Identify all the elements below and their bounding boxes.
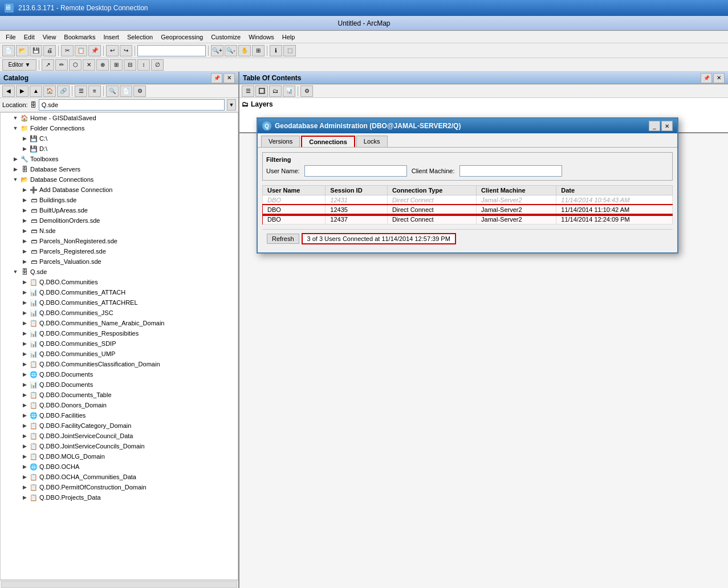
tree-item[interactable]: ▶🌐Q.DBO.OCHA <box>1 462 238 472</box>
edit-tool5[interactable]: ⊕ <box>96 59 109 71</box>
tree-item[interactable]: ▶🗄Database Servers <box>1 164 238 174</box>
tree-item[interactable]: ▶📊Q.DBO.Communities_JSC <box>1 308 238 318</box>
catalog-close-btn[interactable]: ✕ <box>223 73 235 83</box>
menu-file[interactable]: File <box>2 32 19 42</box>
copy-btn[interactable]: 📋 <box>75 45 87 56</box>
tree-item[interactable]: ▶➕Add Database Connection <box>1 185 238 195</box>
view-details-btn[interactable]: ≡ <box>88 85 101 97</box>
catalog-pin-btn[interactable]: 📌 <box>211 73 222 83</box>
editor-dropdown[interactable]: Editor ▼ <box>2 59 36 71</box>
edit-tool7[interactable]: ⊟ <box>124 59 136 71</box>
connect-btn[interactable]: 🔗 <box>57 85 70 97</box>
select-btn[interactable]: ⬚ <box>283 45 296 56</box>
toc-btn1[interactable]: ☰ <box>242 85 254 97</box>
zoom-in-btn[interactable]: 🔍+ <box>211 45 223 56</box>
menu-bookmarks[interactable]: Bookmarks <box>60 32 99 42</box>
table-row[interactable]: DBO12431Direct ConnectJamal-Server211/14… <box>263 195 673 205</box>
menu-help[interactable]: Help <box>279 32 299 42</box>
undo-btn[interactable]: ↩ <box>106 45 119 56</box>
tree-item[interactable]: ▶🗃DemolitionOrders.sde <box>1 215 238 226</box>
username-filter-input[interactable] <box>304 165 407 177</box>
tree-item[interactable]: ▶📋Q.DBO.MOLG_Domain <box>1 451 238 462</box>
tab-locks[interactable]: Locks <box>356 136 388 147</box>
toc-pin-btn[interactable]: 📌 <box>701 73 712 83</box>
tree-item[interactable]: ▶📊Q.DBO.Communities_Resposibities <box>1 328 238 338</box>
gdb-close-btn[interactable]: ✕ <box>661 121 673 131</box>
edit-tool6[interactable]: ⊞ <box>110 59 123 71</box>
tree-item[interactable]: ▶📋Q.DBO.PermitOfConstruction_Domain <box>1 482 238 492</box>
tree-item[interactable]: ▶🗃BuiltUpAreas.sde <box>1 205 238 215</box>
tree-item[interactable]: ▶📋Q.DBO.Communities <box>1 277 238 287</box>
tab-versions[interactable]: Versions <box>261 136 300 147</box>
tree-item[interactable]: ▶📋Q.DBO.Documents_Table <box>1 390 238 400</box>
paste-btn[interactable]: 📌 <box>88 45 101 56</box>
menu-geoprocessing[interactable]: Geoprocessing <box>157 32 206 42</box>
tree-item[interactable]: ▶🔧Toolboxes <box>1 154 238 164</box>
toc-btn5[interactable]: ⚙ <box>300 85 313 97</box>
tree-item[interactable]: ▶📋Q.DBO.JointServiceCouncil_Data <box>1 431 238 441</box>
home-btn[interactable]: 🏠 <box>43 85 56 97</box>
new-btn[interactable]: 📄 <box>2 45 15 56</box>
refresh-button[interactable]: Refresh <box>267 234 299 244</box>
tree-item[interactable]: ▶💾D:\ <box>1 144 238 154</box>
location-dropdown-btn[interactable]: ▼ <box>227 99 236 111</box>
menu-insert[interactable]: Insert <box>100 32 123 42</box>
tree-item[interactable]: ▶📋Q.DBO.FacilityCategory_Domain <box>1 420 238 431</box>
open-btn[interactable]: 📂 <box>16 45 29 56</box>
tree-item[interactable]: ▶🗃Buildings.sde <box>1 195 238 205</box>
scale-input[interactable] <box>137 45 206 56</box>
save-btn[interactable]: 💾 <box>30 45 42 56</box>
search-btn[interactable]: 🔍 <box>106 85 119 97</box>
identify-btn[interactable]: ℹ <box>270 45 282 56</box>
forward-btn[interactable]: ▶ <box>16 85 29 97</box>
pan-btn[interactable]: ✋ <box>238 45 251 56</box>
tree-item[interactable]: ▶📋Q.DBO.Projects_Data <box>1 492 238 503</box>
toc-btn2[interactable]: 🔲 <box>255 85 268 97</box>
tree-item[interactable]: ▶📊Q.DBO.Communities_ATTACH <box>1 287 238 297</box>
tree-item[interactable]: ▼📁Folder Connections <box>1 123 238 133</box>
tree-item[interactable]: ▶🗃Parcels_Valuation.sde <box>1 256 238 267</box>
gdb-minimize-btn[interactable]: _ <box>649 121 660 131</box>
tree-item[interactable]: ▼🗄Q.sde <box>1 267 238 277</box>
tree-item[interactable]: ▶📋Q.DBO.JointServiceCouncils_Domain <box>1 441 238 451</box>
tree-item[interactable]: ▶📋Q.DBO.Communities_Name_Arabic_Domain <box>1 318 238 328</box>
edit-tool2[interactable]: ✏ <box>55 59 68 71</box>
edit-tool9[interactable]: ∅ <box>151 59 164 71</box>
tree-item[interactable]: ▶🗃Parcels_NonRegistered.sde <box>1 236 238 246</box>
edit-tool3[interactable]: ⬡ <box>69 59 82 71</box>
redo-btn[interactable]: ↪ <box>120 45 132 56</box>
up-btn[interactable]: ▲ <box>30 85 42 97</box>
zoom-out-btn[interactable]: 🔍- <box>225 45 237 56</box>
location-input[interactable]: Q.sde <box>39 99 225 111</box>
tree-item[interactable]: ▼📂Database Connections <box>1 174 238 185</box>
menu-edit[interactable]: Edit <box>21 32 38 42</box>
table-row[interactable]: DBO12437Direct ConnectJamal-Server211/14… <box>263 215 673 224</box>
tree-item[interactable]: ▶📋Q.DBO.Donors_Domain <box>1 400 238 410</box>
back-btn[interactable]: ◀ <box>2 85 15 97</box>
menu-customize[interactable]: Customize <box>208 32 244 42</box>
toc-close-btn[interactable]: ✕ <box>713 73 725 83</box>
catalog-tree[interactable]: ▼🏠Home - GISData\Saved▼📁Folder Connectio… <box>0 112 238 580</box>
metadata-btn[interactable]: 📄 <box>120 85 132 97</box>
tree-item[interactable]: ▼🏠Home - GISData\Saved <box>1 113 238 123</box>
edit-tool1[interactable]: ↗ <box>42 59 54 71</box>
bottom-scrollbar[interactable] <box>0 580 238 588</box>
full-extent-btn[interactable]: ⊞ <box>252 45 265 56</box>
table-row[interactable]: DBO12435Direct ConnectJamal-Server211/14… <box>263 205 673 215</box>
tree-item[interactable]: ▶📋Q.DBO.OCHA_Communities_Data <box>1 472 238 482</box>
toc-btn3[interactable]: 🗂 <box>269 85 282 97</box>
tree-item[interactable]: ▶📋Q.DBO.CommunitiesClassification_Domain <box>1 359 238 369</box>
menu-view[interactable]: View <box>39 32 60 42</box>
client-machine-filter-input[interactable] <box>459 165 562 177</box>
view-list-btn[interactable]: ☰ <box>75 85 87 97</box>
tree-item[interactable]: ▶🌐Q.DBO.Facilities <box>1 410 238 420</box>
tree-item[interactable]: ▶📊Q.DBO.Communities_SDIP <box>1 338 238 349</box>
tree-item[interactable]: ▶📊Q.DBO.Communities_ATTACHREL <box>1 297 238 308</box>
print-btn[interactable]: 🖨 <box>43 45 56 56</box>
tree-item[interactable]: ▶🌐Q.DBO.Documents <box>1 369 238 379</box>
edit-tool4[interactable]: ✕ <box>83 59 95 71</box>
tree-item[interactable]: ▶📊Q.DBO.Communities_UMP <box>1 349 238 359</box>
tree-item[interactable]: ▶🗃Parcels_Registered.sde <box>1 246 238 256</box>
menu-windows[interactable]: Windows <box>245 32 278 42</box>
tree-item[interactable]: ▶💾C:\ <box>1 133 238 144</box>
